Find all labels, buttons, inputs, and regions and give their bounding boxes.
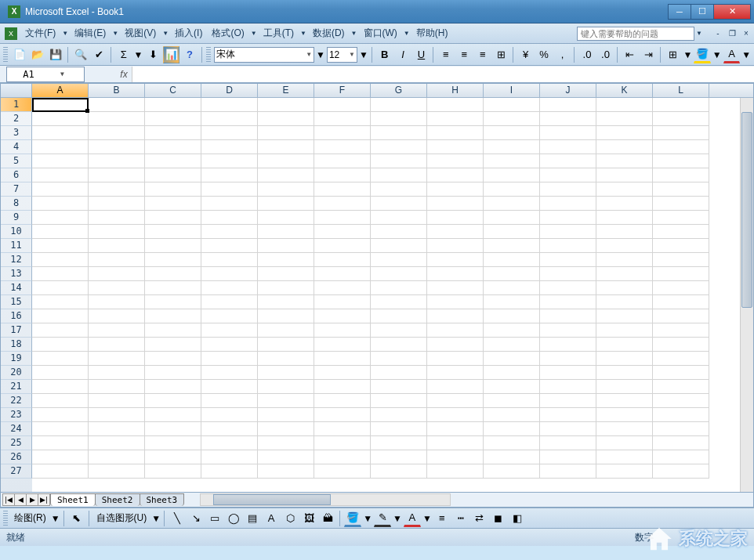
cell[interactable] bbox=[540, 267, 596, 281]
close-button[interactable]: ✕ bbox=[713, 4, 751, 20]
cell[interactable] bbox=[201, 380, 258, 394]
decrease-indent-icon[interactable]: ⇤ bbox=[622, 46, 638, 63]
chevron-down-icon[interactable]: ▼ bbox=[161, 30, 170, 37]
line-color-icon[interactable]: ✎ bbox=[374, 510, 391, 527]
cell[interactable] bbox=[540, 140, 596, 154]
cell[interactable] bbox=[596, 98, 653, 112]
font-size-select[interactable]: 12 ▼ bbox=[327, 47, 357, 63]
arrow-style-icon[interactable]: ⇄ bbox=[471, 510, 488, 527]
cell[interactable] bbox=[145, 168, 201, 182]
cell[interactable] bbox=[484, 281, 540, 295]
cell[interactable] bbox=[484, 239, 540, 253]
cell[interactable] bbox=[653, 154, 709, 168]
mdi-restore-button[interactable]: ❐ bbox=[726, 28, 738, 39]
row-header-10[interactable]: 10 bbox=[1, 225, 32, 239]
cell[interactable] bbox=[201, 338, 258, 352]
cell[interactable] bbox=[32, 98, 89, 112]
cell[interactable] bbox=[371, 197, 427, 211]
cell[interactable] bbox=[427, 408, 484, 422]
cell[interactable] bbox=[653, 309, 709, 323]
row-header-12[interactable]: 12 bbox=[1, 253, 32, 267]
col-header-j[interactable]: J bbox=[540, 84, 596, 97]
cell[interactable] bbox=[427, 126, 484, 140]
col-header-g[interactable]: G bbox=[371, 84, 427, 97]
cell[interactable] bbox=[484, 225, 540, 239]
cell[interactable] bbox=[596, 239, 653, 253]
cell[interactable] bbox=[32, 267, 89, 281]
cell[interactable] bbox=[596, 197, 653, 211]
cell[interactable] bbox=[371, 323, 427, 338]
cell[interactable] bbox=[484, 450, 540, 464]
cell[interactable] bbox=[89, 352, 145, 366]
cell[interactable] bbox=[540, 225, 596, 239]
cell[interactable] bbox=[89, 182, 145, 197]
cell[interactable] bbox=[201, 253, 258, 267]
comma-button[interactable]: , bbox=[554, 46, 571, 63]
cell[interactable] bbox=[145, 408, 201, 422]
cell[interactable] bbox=[145, 464, 201, 479]
cell[interactable] bbox=[32, 323, 89, 338]
cell[interactable] bbox=[596, 309, 653, 323]
increase-decimal-icon[interactable]: .0 bbox=[578, 46, 595, 63]
chevron-down-icon[interactable]: ▼ bbox=[60, 30, 70, 37]
font-name-select[interactable]: 宋体 ▼ bbox=[214, 47, 315, 63]
cell[interactable] bbox=[371, 408, 427, 422]
cell[interactable] bbox=[427, 394, 484, 408]
cells-area[interactable] bbox=[32, 98, 740, 492]
cell[interactable] bbox=[427, 436, 484, 450]
col-header-b[interactable]: B bbox=[89, 84, 145, 97]
cell[interactable] bbox=[427, 464, 484, 479]
cell[interactable] bbox=[32, 225, 89, 239]
cell[interactable] bbox=[314, 295, 371, 309]
cell[interactable] bbox=[258, 323, 314, 338]
cell[interactable] bbox=[484, 168, 540, 182]
cell[interactable] bbox=[540, 197, 596, 211]
cell[interactable] bbox=[596, 408, 653, 422]
cell[interactable] bbox=[201, 323, 258, 338]
cell[interactable] bbox=[596, 182, 653, 197]
cell[interactable] bbox=[145, 380, 201, 394]
cell[interactable] bbox=[371, 98, 427, 112]
picture-icon[interactable]: 🏔 bbox=[319, 510, 336, 527]
chevron-down-icon[interactable]: ▼ bbox=[712, 49, 722, 60]
menu-edit[interactable]: 编辑(E) bbox=[70, 25, 111, 42]
cell[interactable] bbox=[371, 366, 427, 380]
cell[interactable] bbox=[427, 380, 484, 394]
rectangle-icon[interactable]: ▭ bbox=[206, 510, 223, 527]
menu-help[interactable]: 帮助(H) bbox=[411, 25, 453, 42]
cell[interactable] bbox=[201, 422, 258, 436]
chevron-down-icon[interactable]: ▼ bbox=[316, 49, 325, 60]
cell[interactable] bbox=[484, 126, 540, 140]
cell[interactable] bbox=[371, 140, 427, 154]
cell[interactable] bbox=[89, 323, 145, 338]
cell[interactable] bbox=[145, 112, 201, 126]
cell[interactable] bbox=[371, 281, 427, 295]
cell[interactable] bbox=[89, 154, 145, 168]
cell[interactable] bbox=[653, 295, 709, 309]
name-box[interactable]: A1 ▼ bbox=[6, 67, 85, 82]
cell[interactable] bbox=[596, 225, 653, 239]
print-preview-icon[interactable]: 🔍 bbox=[72, 46, 89, 63]
cell[interactable] bbox=[145, 126, 201, 140]
cell[interactable] bbox=[145, 154, 201, 168]
cell[interactable] bbox=[89, 168, 145, 182]
chevron-down-icon[interactable]: ▼ bbox=[683, 49, 693, 60]
cell[interactable] bbox=[201, 408, 258, 422]
cell[interactable] bbox=[596, 323, 653, 338]
cell[interactable] bbox=[596, 253, 653, 267]
cell[interactable] bbox=[540, 182, 596, 197]
cell[interactable] bbox=[314, 352, 371, 366]
cell[interactable] bbox=[653, 168, 709, 182]
cell[interactable] bbox=[371, 352, 427, 366]
cell[interactable] bbox=[540, 394, 596, 408]
cell[interactable] bbox=[653, 338, 709, 352]
row-header-16[interactable]: 16 bbox=[1, 309, 32, 323]
cell[interactable] bbox=[201, 309, 258, 323]
cell[interactable] bbox=[145, 253, 201, 267]
cell[interactable] bbox=[201, 182, 258, 197]
cell[interactable] bbox=[258, 197, 314, 211]
col-header-k[interactable]: K bbox=[596, 84, 653, 97]
cell[interactable] bbox=[540, 154, 596, 168]
cell[interactable] bbox=[201, 352, 258, 366]
cell[interactable] bbox=[145, 323, 201, 338]
